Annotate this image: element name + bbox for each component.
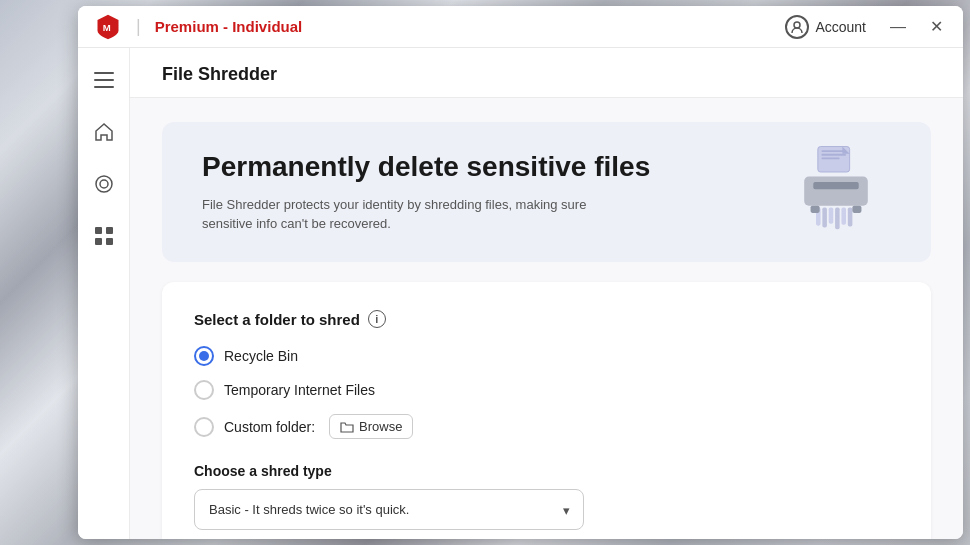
main-window: M | Premium - Individual Account — ✕ — [78, 6, 963, 539]
browse-label: Browse — [359, 419, 402, 434]
brand-name: Premium - Individual — [155, 18, 303, 35]
radio-option-recycle[interactable]: Recycle Bin — [194, 346, 899, 366]
account-label: Account — [815, 19, 866, 35]
hero-description: File Shredder protects your identity by … — [202, 195, 622, 234]
svg-rect-21 — [841, 207, 846, 224]
svg-rect-20 — [835, 207, 840, 229]
form-card: Select a folder to shred i Recycle Bin — [162, 282, 931, 539]
select-folder-section-title: Select a folder to shred i — [194, 310, 899, 328]
folder-radio-group: Recycle Bin Temporary Internet Files Cus… — [194, 346, 899, 439]
radio-option-temp[interactable]: Temporary Internet Files — [194, 380, 899, 400]
svg-point-5 — [96, 176, 112, 192]
page-title-bar: File Shredder — [130, 48, 963, 98]
radio-label-temp: Temporary Internet Files — [224, 382, 375, 398]
select-folder-label: Select a folder to shred — [194, 311, 360, 328]
radio-label-custom: Custom folder: — [224, 419, 315, 435]
svg-rect-12 — [821, 150, 846, 152]
radio-inner-recycle — [199, 351, 209, 361]
svg-rect-23 — [811, 206, 820, 213]
svg-rect-8 — [106, 227, 113, 234]
sidebar-home-icon[interactable] — [88, 116, 120, 148]
minimize-button[interactable]: — — [886, 17, 910, 37]
svg-rect-14 — [821, 157, 839, 159]
svg-rect-4 — [94, 86, 114, 88]
window-controls: — ✕ — [886, 17, 947, 37]
svg-rect-15 — [804, 177, 868, 206]
hero-text: Permanently delete sensitive files File … — [202, 151, 650, 234]
svg-point-1 — [794, 22, 800, 28]
shred-type-select-wrapper: Basic - It shreds twice so it's quick. S… — [194, 489, 584, 530]
account-button[interactable]: Account — [785, 15, 866, 39]
folder-icon — [340, 420, 354, 434]
sidebar — [78, 48, 130, 539]
svg-rect-22 — [848, 207, 853, 226]
shredder-illustration — [781, 137, 891, 247]
sidebar-menu-icon[interactable] — [88, 64, 120, 96]
radio-option-custom[interactable]: Custom folder: Browse — [194, 414, 899, 439]
main-content: File Shredder Permanently delete sensiti… — [130, 48, 963, 539]
radio-label-recycle: Recycle Bin — [224, 348, 298, 364]
account-icon — [785, 15, 809, 39]
svg-text:M: M — [103, 22, 111, 33]
sidebar-protection-icon[interactable] — [88, 168, 120, 200]
shred-type-label: Choose a shred type — [194, 463, 899, 479]
svg-point-6 — [100, 180, 108, 188]
shred-type-select[interactable]: Basic - It shreds twice so it's quick. S… — [194, 489, 584, 530]
brand-separator: | — [136, 16, 141, 37]
close-button[interactable]: ✕ — [926, 17, 947, 37]
window-body: File Shredder Permanently delete sensiti… — [78, 48, 963, 539]
svg-rect-10 — [106, 238, 113, 245]
brand-area: M | Premium - Individual — [94, 13, 302, 41]
info-icon[interactable]: i — [368, 310, 386, 328]
radio-outer-custom — [194, 417, 214, 437]
svg-rect-18 — [822, 207, 827, 227]
titlebar: M | Premium - Individual Account — ✕ — [78, 6, 963, 48]
mcafee-logo-icon: M — [94, 13, 122, 41]
svg-rect-7 — [95, 227, 102, 234]
svg-rect-13 — [821, 154, 846, 156]
browse-button[interactable]: Browse — [329, 414, 413, 439]
svg-rect-19 — [829, 207, 834, 223]
hero-heading: Permanently delete sensitive files — [202, 151, 650, 183]
svg-rect-3 — [94, 79, 114, 81]
svg-rect-16 — [813, 182, 858, 189]
page-title: File Shredder — [162, 64, 277, 84]
radio-outer-recycle — [194, 346, 214, 366]
sidebar-apps-icon[interactable] — [88, 220, 120, 252]
svg-rect-9 — [95, 238, 102, 245]
svg-rect-2 — [94, 72, 114, 74]
radio-outer-temp — [194, 380, 214, 400]
svg-rect-24 — [852, 206, 861, 213]
hero-banner: Permanently delete sensitive files File … — [162, 122, 931, 262]
